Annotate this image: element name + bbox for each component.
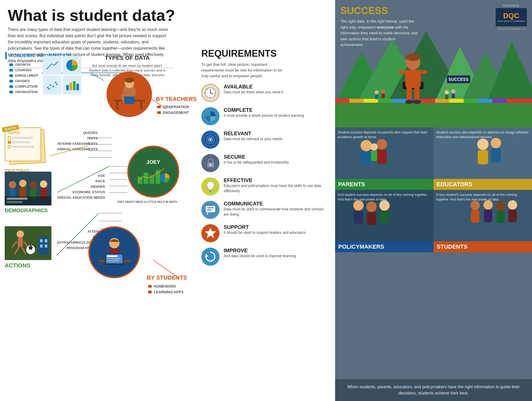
students-quad-label-text: STUDENTS (437, 243, 468, 250)
success-heading: SUCCESS (340, 5, 418, 16)
svg-rect-142 (382, 94, 385, 98)
svg-rect-40 (144, 173, 148, 184)
policymakers-label-text: POLICYMAKERS (338, 243, 384, 250)
parents-label: PARENTS (335, 179, 434, 190)
svg-rect-78 (107, 260, 119, 261)
svg-point-57 (17, 230, 24, 238)
req-secure: SECURE It has to be safeguarded and trus… (201, 154, 329, 172)
page-title: What is student data? (8, 7, 327, 23)
joey-name: JOEY (146, 159, 160, 165)
teachers-label: BY TEACHERS (156, 96, 197, 102)
complete-icon (201, 107, 220, 125)
svg-rect-118 (421, 99, 435, 103)
req-improve-text: IMPROVE And data should be used to impro… (224, 248, 297, 259)
types-title: TYPES OF DATA (88, 55, 166, 61)
svg-point-163 (470, 201, 480, 210)
req-relevant-text: RELEVANT Data must be relevant to your n… (224, 131, 283, 142)
svg-point-51 (40, 180, 47, 188)
quad-parents: Student success depends on parents who s… (335, 127, 434, 190)
svg-point-82 (210, 92, 211, 93)
svg-rect-121 (464, 99, 478, 103)
demo-item-gender: GENDER (57, 184, 105, 189)
success-quadrants: Student success depends on parents who s… (335, 127, 532, 252)
testing-list: QUIZZES TESTS INTERIM ASSESSMENTS ANNUAL… (57, 130, 98, 152)
joey-note: JOEY MIGHT NEED A LITTLE HELP IN MATH (117, 200, 177, 203)
svg-rect-42 (156, 170, 160, 184)
produced-by: Produced by (494, 4, 528, 7)
svg-rect-66 (40, 239, 43, 242)
educators-label-text: EDUCATORS (437, 181, 472, 187)
svg-rect-168 (496, 211, 505, 223)
req-secure-desc: It has to be safeguarded and trustworthy… (224, 160, 289, 165)
svg-point-24 (55, 82, 56, 83)
svg-rect-115 (378, 99, 392, 103)
teachers-list: OBSERVATION ENGAGEMENT (157, 104, 189, 115)
dqc-branding: Produced by DQC DATA QUALITY CAMPAIGN da… (494, 4, 528, 30)
svg-rect-119 (435, 99, 449, 103)
svg-rect-134 (414, 87, 420, 101)
req-effective: EFFECTIVE Educators and policymakers mus… (201, 177, 329, 196)
actions-label: ACTIONS (5, 262, 51, 269)
students-list: HOMEWORK LEARNING APPS (148, 283, 184, 295)
demo-item-economic: ECONOMIC STATUS (57, 189, 105, 195)
parents-label-text: PARENTS (338, 181, 365, 187)
effective-icon (201, 177, 220, 196)
svg-rect-144 (445, 94, 448, 99)
svg-rect-124 (507, 99, 532, 103)
svg-point-91 (210, 139, 211, 140)
req-improve: IMPROVE And data should be used to impro… (201, 248, 329, 266)
svg-marker-101 (205, 228, 216, 238)
educators-desc: Student success also depends on teachers… (436, 130, 529, 139)
req-relevant-desc: Data must be relevant to your needs. (224, 137, 283, 142)
quad-educators: Student success also depends on teachers… (434, 127, 532, 190)
req-communicate: COMMUNICATE Data must be used to communi… (201, 201, 329, 219)
svg-point-141 (381, 89, 385, 94)
svg-rect-166 (484, 210, 492, 222)
svg-rect-68 (40, 244, 43, 248)
policymakers-label: POLICYMAKERS (335, 241, 434, 252)
svg-point-47 (19, 180, 26, 187)
requirements-description: To get that full, clear picture, importa… (201, 62, 284, 79)
chart-line (43, 56, 62, 75)
requirements-title: REQUIREMENTS (201, 48, 329, 59)
svg-rect-122 (478, 99, 492, 103)
svg-rect-58 (18, 238, 23, 247)
svg-rect-67 (45, 239, 47, 242)
svg-rect-28 (70, 82, 72, 90)
testing-item-interim: INTERIM ASSESSMENTS (57, 141, 98, 146)
svg-rect-99 (207, 207, 214, 208)
svg-text:12: 12 (206, 88, 208, 90)
svg-rect-69 (45, 244, 47, 248)
req-secure-text: SECURE It has to be safeguarded and trus… (224, 154, 289, 165)
success-title: SUCCESS The right data, in the right for… (340, 5, 418, 48)
students-circle (88, 226, 140, 278)
svg-point-131 (406, 54, 420, 61)
svg-rect-152 (371, 151, 377, 161)
students-item-apps: LEARNING APPS (148, 289, 184, 295)
svg-rect-97 (205, 205, 216, 213)
parents-desc: Student success depends on parents who s… (338, 130, 431, 139)
req-communicate-desc: Data must be used to communicate how stu… (224, 207, 329, 217)
svg-rect-27 (66, 85, 69, 90)
svg-marker-98 (206, 213, 210, 215)
svg-point-49 (30, 181, 37, 188)
svg-rect-33 (140, 102, 142, 109)
svg-text:6: 6 (210, 97, 211, 99)
svg-point-36 (125, 77, 134, 83)
req-complete: COMPLETE It must provide a whole picture… (201, 107, 329, 125)
secure-icon (201, 154, 220, 172)
bottom-cta: When students, parents, educators, and p… (335, 379, 532, 401)
dqc-logo: DQC DATA QUALITY CAMPAIGN (496, 8, 527, 26)
svg-point-151 (370, 143, 378, 151)
svg-point-45 (9, 181, 16, 188)
svg-rect-54 (7, 198, 28, 200)
dqc-full-name: DATA QUALITY CAMPAIGN (498, 20, 524, 23)
demographics-label: DEMOGRAPHICS (5, 208, 51, 214)
svg-rect-148 (361, 151, 371, 166)
academic-charts (43, 56, 81, 94)
demo-item-race: RACE (57, 178, 105, 184)
svg-point-26 (56, 83, 58, 85)
svg-rect-120 (449, 99, 464, 103)
req-communicate-text: COMMUNICATE Data must be used to communi… (224, 201, 329, 217)
educators-label: EDUCATORS (434, 179, 532, 190)
